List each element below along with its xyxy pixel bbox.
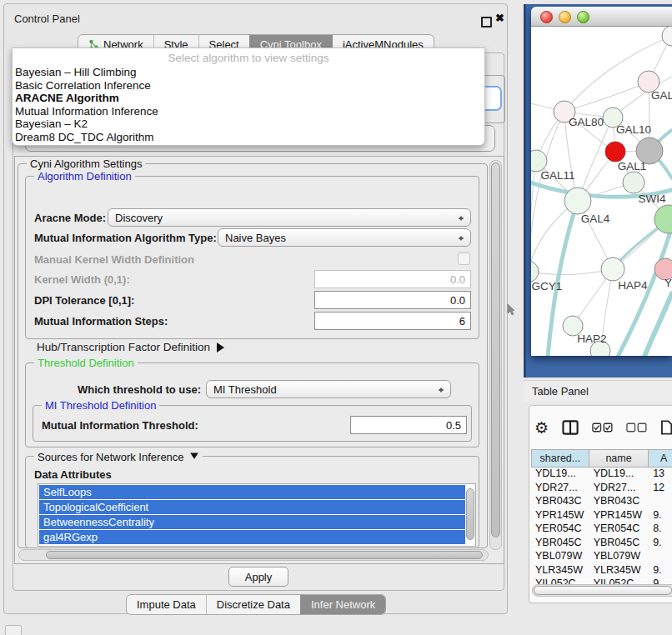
- node-hap4[interactable]: [601, 258, 624, 281]
- table-row[interactable]: YBR043CYBR043C: [531, 495, 672, 509]
- table-row[interactable]: YLR345WYLR345W9.: [531, 564, 672, 578]
- settings-scrollpane: Cyni Algorithm Settings Algorithm Defini…: [14, 156, 504, 564]
- unchecked-checkboxes-icon[interactable]: [626, 422, 647, 432]
- table-row[interactable]: YDR27...YDR27...12: [531, 482, 672, 496]
- hub-definition-toggle[interactable]: Hub/Transcription Factor Definition: [37, 341, 229, 353]
- popup-item-bayesian-hill[interactable]: Bayesian – Hill Climbing: [13, 66, 484, 79]
- network-window-titlebar[interactable]: [531, 7, 672, 27]
- network-canvas[interactable]: GAL GAL80 GAL10 GAL1 GAL11 SWI4 GAL4 GCY…: [531, 27, 672, 356]
- aracne-mode-combo[interactable]: Discovery: [108, 208, 471, 227]
- list-item[interactable]: SelfLoops: [39, 485, 465, 499]
- popup-item-basic-correlation[interactable]: Basic Correlation Inference: [13, 79, 484, 92]
- mi-threshold-group-title: MI Threshold Definition: [42, 399, 159, 412]
- mi-steps-field[interactable]: 6: [314, 312, 471, 330]
- node-gal1[interactable]: [605, 142, 625, 162]
- list-scrollbar-thumb[interactable]: [466, 488, 474, 540]
- list-item[interactable]: TopologicalCoefficient: [39, 500, 465, 514]
- manual-kernel-checkbox[interactable]: [458, 252, 470, 265]
- mi-steps-label: Mutual Information Steps:: [34, 315, 168, 328]
- table-row[interactable]: YER054CYER054C8.: [531, 522, 672, 537]
- threshold-definition-group: Threshold Definition Which threshold to …: [25, 362, 479, 448]
- table-hscrollbar-thumb[interactable]: [534, 586, 672, 595]
- node-label: GAL11: [540, 169, 574, 182]
- settings-group-title: Cyni Algorithm Settings: [27, 158, 145, 170]
- settings-vscrollbar-thumb[interactable]: [491, 162, 500, 538]
- file-icon[interactable]: [660, 419, 672, 436]
- popup-item-aracne[interactable]: ARACNE Algorithm: [13, 92, 484, 105]
- combo-spinner-icon: [458, 232, 464, 244]
- popup-item-mutual-information[interactable]: Mutual Information Inference: [13, 105, 484, 118]
- list-item[interactable]: BetweennessCentrality: [39, 515, 465, 529]
- node-label: HAP2: [577, 332, 606, 345]
- popup-item-bayesian-k2[interactable]: Bayesian – K2: [13, 118, 484, 131]
- table-row[interactable]: YDL19...YDL19...13: [531, 468, 672, 482]
- data-attributes-label: Data Attributes: [34, 468, 112, 481]
- threshold-definition-title: Threshold Definition: [34, 357, 138, 369]
- mouse-cursor: [507, 304, 515, 316]
- cyni-algorithm-settings-group: Cyni Algorithm Settings Algorithm Defini…: [18, 163, 488, 548]
- node-label: GAL: [651, 89, 672, 102]
- node[interactable]: [662, 27, 672, 46]
- settings-hscrollbar[interactable]: [18, 549, 489, 561]
- list-item[interactable]: gal4RGexp: [39, 530, 465, 544]
- checked-checkboxes-icon[interactable]: [592, 422, 613, 432]
- table-hscrollbar[interactable]: [532, 584, 672, 597]
- mi-threshold-label: Mutual Information Threshold:: [42, 419, 198, 432]
- manual-kernel-label: Manual Kernel Width Definition: [34, 253, 194, 266]
- minimize-window-icon[interactable]: [559, 11, 571, 23]
- sources-toggle[interactable]: Sources for Network Inference: [34, 450, 203, 464]
- tab-impute-data[interactable]: Impute Data: [127, 595, 206, 614]
- node-swi4[interactable]: [623, 172, 644, 193]
- kernel-width-label: Kernel Width (0,1):: [34, 273, 130, 286]
- tab-infer-network[interactable]: Infer Network: [300, 595, 385, 614]
- algorithm-definition-group: Algorithm Definition Aracne Mode: Discov…: [25, 176, 479, 339]
- close-window-icon[interactable]: [540, 11, 553, 23]
- settings-vscrollbar[interactable]: [489, 160, 502, 550]
- table-header-row: shared... name A: [531, 449, 672, 468]
- column-header-shared-name[interactable]: shared...: [531, 449, 589, 468]
- dpi-tolerance-label: DPI Tolerance [0,1]:: [34, 294, 134, 307]
- node-label: HAP4: [618, 279, 648, 292]
- node-label: GAL4: [581, 212, 610, 225]
- combo-spinner-icon: [438, 384, 444, 396]
- table-panel: ⚙ shared... name A YDL19...YDL19...13 YD…: [529, 405, 672, 603]
- apply-button[interactable]: Apply: [228, 567, 288, 587]
- table-panel-title: Table Panel: [524, 380, 672, 402]
- settings-hscrollbar-thumb[interactable]: [46, 551, 483, 559]
- kernel-width-field[interactable]: 0.0: [314, 270, 471, 288]
- tab-discretize-data[interactable]: Discretize Data: [206, 595, 300, 614]
- mi-threshold-group: MI Threshold Definition Mutual Informati…: [33, 405, 472, 442]
- which-threshold-combo[interactable]: MI Threshold: [206, 380, 451, 398]
- zoom-window-icon[interactable]: [577, 11, 589, 23]
- network-graph: GAL GAL80 GAL10 GAL1 GAL11 SWI4 GAL4 GCY…: [531, 27, 672, 356]
- column-header-name[interactable]: name: [589, 449, 649, 468]
- popup-item-dream8[interactable]: Dream8 DC_TDC Algorithm: [13, 131, 484, 144]
- node-gal4[interactable]: [564, 188, 591, 214]
- mi-threshold-field[interactable]: 0.5: [350, 416, 467, 434]
- mi-type-combo[interactable]: Naive Bayes: [218, 228, 471, 247]
- columns-icon[interactable]: [562, 419, 579, 436]
- table-row[interactable]: YBR045CYBR045C9.: [531, 537, 672, 551]
- table-row[interactable]: YBL079WYBL079W: [531, 550, 672, 564]
- aracne-mode-label: Aracne Mode:: [34, 212, 106, 224]
- mi-type-label: Mutual Information Algorithm Type:: [34, 232, 217, 244]
- which-threshold-label: Which threshold to use:: [78, 383, 201, 396]
- gear-icon[interactable]: ⚙: [534, 418, 549, 438]
- node-label: GAL10: [616, 123, 651, 136]
- dpi-tolerance-field[interactable]: 0.0: [314, 291, 471, 309]
- collapsed-panel-icon[interactable]: [5, 625, 22, 635]
- control-panel-title: Control Panel: [14, 12, 80, 25]
- node-label: GAL1: [618, 160, 647, 172]
- sources-title: Sources for Network Inference: [38, 451, 184, 463]
- node-label: GCY1: [532, 280, 563, 292]
- popup-placeholder: Select algorithm to view settings: [13, 48, 484, 66]
- chevron-right-icon: [217, 342, 229, 352]
- float-panel-icon[interactable]: [481, 17, 492, 28]
- close-panel-icon[interactable]: ✖: [495, 12, 504, 24]
- combo-spinner-icon: [458, 212, 464, 224]
- sources-group: Sources for Network Inference Data Attri…: [25, 456, 479, 548]
- node-label: GAL80: [569, 116, 604, 128]
- node-label: Y: [664, 277, 672, 289]
- column-header-partial[interactable]: A: [649, 449, 672, 468]
- table-row[interactable]: YPR145WYPR145W9.: [531, 509, 672, 523]
